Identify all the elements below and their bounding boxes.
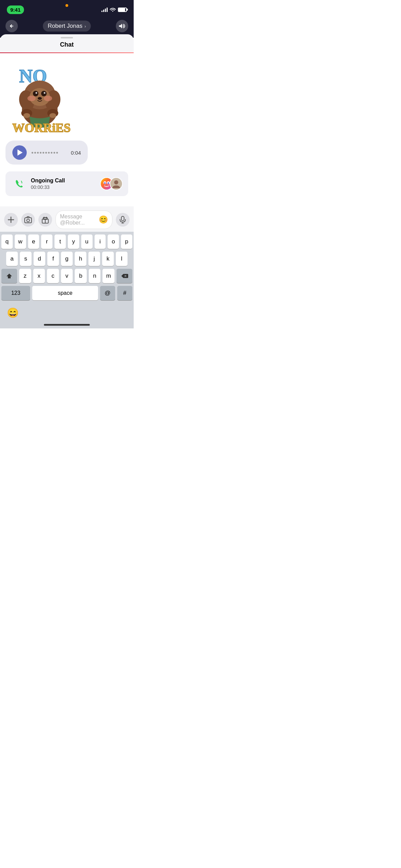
hash-key[interactable]: # [117, 286, 132, 300]
chat-title: Chat [60, 41, 74, 48]
key-f[interactable]: f [47, 252, 59, 266]
svg-point-18 [12, 178, 25, 190]
key-m[interactable]: m [102, 269, 114, 283]
numbers-key[interactable]: 123 [1, 286, 30, 300]
delete-key[interactable] [117, 269, 132, 283]
key-n[interactable]: n [89, 269, 101, 283]
emoji-button[interactable]: 😊 [99, 215, 108, 224]
signal-icon [101, 7, 108, 12]
status-icons [101, 7, 127, 13]
svg-point-15 [23, 113, 30, 118]
waveform [32, 152, 66, 154]
drag-handle [61, 37, 73, 38]
svg-point-12 [38, 97, 42, 100]
phone-icon [11, 176, 26, 191]
key-q[interactable]: q [1, 234, 13, 249]
sound-button[interactable] [116, 20, 128, 32]
back-button[interactable] [5, 20, 18, 32]
keyboard-row-4: 123 space @ # [0, 286, 134, 304]
space-key[interactable]: space [32, 286, 98, 300]
voice-duration: 0:04 [71, 150, 81, 156]
svg-point-8 [33, 91, 38, 96]
voice-message[interactable]: 0:04 [5, 141, 88, 165]
status-time: 9:41 [7, 5, 24, 14]
svg-text:WORRiES: WORRiES [12, 121, 71, 134]
key-g[interactable]: g [61, 252, 73, 266]
no-worries-sticker: NO [5, 60, 74, 134]
mic-button[interactable] [116, 213, 130, 227]
key-d[interactable]: d [34, 252, 45, 266]
svg-point-23 [108, 182, 109, 184]
key-s[interactable]: s [20, 252, 32, 266]
call-details: Ongoing Call 00:00:33 [31, 178, 65, 190]
svg-point-7 [44, 96, 52, 101]
key-x[interactable]: x [33, 269, 45, 283]
message-placeholder: Message @Rober... [60, 214, 96, 226]
gift-button[interactable] [38, 213, 52, 227]
ongoing-call[interactable]: Ongoing Call 00:00:33 [5, 171, 128, 196]
key-p[interactable]: p [121, 234, 132, 249]
play-button[interactable] [12, 145, 27, 160]
call-avatars [100, 177, 123, 190]
emoji-row: 😄 [0, 304, 134, 324]
key-w[interactable]: w [15, 234, 26, 249]
key-t[interactable]: t [54, 234, 66, 249]
at-key[interactable]: @ [100, 286, 115, 300]
key-o[interactable]: o [108, 234, 119, 249]
key-b[interactable]: b [75, 269, 87, 283]
notification-dot [65, 4, 68, 7]
avatar-caller-2 [110, 177, 123, 190]
chat-header: Chat [0, 34, 134, 52]
svg-point-25 [114, 180, 118, 184]
svg-point-10 [41, 91, 47, 96]
keyboard-row-3: z x c v b n m [0, 269, 134, 283]
chat-content: NO [0, 53, 134, 206]
home-bar [0, 324, 134, 328]
wifi-icon [110, 7, 116, 13]
input-area: Message @Rober... 😊 [0, 206, 134, 232]
key-j[interactable]: j [88, 252, 100, 266]
svg-point-11 [44, 92, 46, 94]
keyboard-row-1: q w e r t y u i o p [0, 234, 134, 249]
svg-rect-31 [121, 216, 124, 221]
chevron-right-icon: › [84, 24, 86, 29]
key-i[interactable]: i [95, 234, 106, 249]
play-icon [17, 149, 23, 156]
sticker-message: NO [5, 60, 128, 134]
keyboard: q w e r t y u i o p a s d f g h j k l z … [0, 232, 134, 304]
key-y[interactable]: y [68, 234, 79, 249]
battery-icon [118, 8, 127, 12]
svg-point-22 [104, 182, 106, 184]
key-c[interactable]: c [47, 269, 59, 283]
call-timer: 00:00:33 [31, 184, 65, 190]
key-a[interactable]: a [6, 252, 18, 266]
contact-name-label: Robert Jonas [48, 23, 82, 29]
key-z[interactable]: z [19, 269, 31, 283]
photo-button[interactable] [21, 213, 35, 227]
key-k[interactable]: k [102, 252, 114, 266]
home-indicator [44, 324, 90, 326]
svg-point-9 [36, 92, 37, 94]
call-label: Ongoing Call [31, 178, 65, 184]
key-r[interactable]: r [41, 234, 52, 249]
contact-name-button[interactable]: Robert Jonas › [43, 21, 90, 32]
key-l[interactable]: l [116, 252, 127, 266]
emoji-keyboard-button[interactable]: 😄 [7, 307, 19, 318]
svg-point-6 [27, 96, 36, 101]
key-v[interactable]: v [61, 269, 73, 283]
chat-panel: Chat NO [0, 34, 134, 206]
shift-key[interactable] [1, 269, 17, 283]
status-bar: 9:41 [0, 0, 134, 17]
call-info-left: Ongoing Call 00:00:33 [11, 176, 65, 191]
add-button[interactable] [4, 213, 18, 227]
key-e[interactable]: e [28, 234, 39, 249]
key-h[interactable]: h [75, 252, 86, 266]
svg-point-27 [27, 219, 29, 222]
keyboard-row-2: a s d f g h j k l [0, 252, 134, 266]
key-u[interactable]: u [81, 234, 93, 249]
svg-point-16 [49, 113, 56, 118]
message-input-wrapper[interactable]: Message @Rober... 😊 [56, 210, 112, 229]
